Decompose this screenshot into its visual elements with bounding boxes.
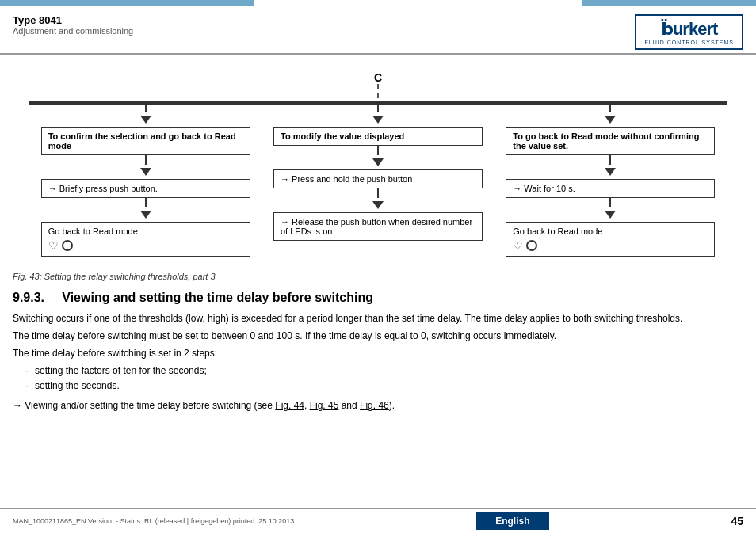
logo-subtitle: FLUID CONTROL SYSTEMS xyxy=(644,40,734,45)
footer-page: 45 xyxy=(731,515,743,527)
arrow-3 xyxy=(605,103,616,127)
arrow-2c xyxy=(372,188,384,212)
led-circle-1 xyxy=(62,240,73,251)
link-fig45[interactable]: Fig. 45 xyxy=(310,400,339,411)
link-fig46[interactable]: Fig. 46 xyxy=(360,400,389,411)
diagram-col-3: To go back to Read mode without confirmi… xyxy=(506,103,715,257)
section-heading: 9.9.3. Viewing and setting the time dela… xyxy=(13,291,743,305)
led-heart-1: ♡ xyxy=(48,239,59,252)
led-heart-3: ♡ xyxy=(513,239,523,252)
arrow-1b xyxy=(140,155,151,179)
diagram-box: C To confirm the selection and g xyxy=(13,63,743,265)
arrow-1c xyxy=(140,198,151,222)
burkert-logo: b̈urkert FLUID CONTROL SYSTEMS xyxy=(635,14,743,50)
header-bar-left xyxy=(0,0,254,6)
col3-led-row: ♡ xyxy=(513,239,708,252)
bullet-1: setting the factors of ten for the secon… xyxy=(25,364,743,379)
col1-led-row: ♡ xyxy=(48,239,243,252)
arrow-2 xyxy=(372,103,384,127)
paragraph-3: The time delay before switching is set i… xyxy=(13,346,743,360)
footer-language: English xyxy=(476,512,548,530)
page-footer: MAN_1000211865_EN Version: - Status: RL … xyxy=(0,508,756,533)
col3-title: To go back to Read mode without confirmi… xyxy=(506,127,715,155)
page-subtitle: Adjustment and commissioning xyxy=(13,26,635,36)
arrow-3c xyxy=(605,198,616,222)
main-content: C To confirm the selection and g xyxy=(0,55,756,411)
section-number: 9.9.3. xyxy=(13,291,44,304)
col3-step2: Go back to Read mode ♡ xyxy=(506,222,715,257)
header-bar-right xyxy=(582,0,756,6)
col3-step1: → Wait for 10 s. xyxy=(506,179,715,198)
figure-caption: Fig. 43: Setting the relay switching thr… xyxy=(13,272,743,281)
paragraph-2: The time delay before switching must be … xyxy=(13,329,743,343)
arrow-text-line: → Viewing and/or setting the time delay … xyxy=(13,400,743,411)
bullet-2: setting the seconds. xyxy=(25,379,743,394)
paragraph-1: Switching occurs if one of the threshold… xyxy=(13,311,743,326)
page-title: Type 8041 xyxy=(13,14,635,26)
col1-title: To confirm the selection and go back to … xyxy=(41,127,250,155)
section-title: Viewing and setting the time delay befor… xyxy=(62,291,373,304)
c-label: C xyxy=(374,71,382,84)
col1-step2: Go back to Read mode ♡ xyxy=(41,222,250,257)
link-fig44[interactable]: Fig. 44 xyxy=(275,400,304,411)
col2-step2: → Release the push button when desired n… xyxy=(273,212,483,241)
arrow-1 xyxy=(140,103,151,127)
led-circle-3 xyxy=(526,240,537,251)
footer-meta: MAN_1000211865_EN Version: - Status: RL … xyxy=(13,517,294,525)
diagram-col-2: To modify the value displayed → Press an… xyxy=(273,103,483,257)
col1-step1: → Briefly press push button. xyxy=(41,179,250,198)
arrow-2b xyxy=(372,146,384,169)
page-header: Type 8041 Adjustment and commissioning b… xyxy=(0,0,756,55)
top-horizontal-line xyxy=(29,103,727,105)
bullet-list: setting the factors of ten for the secon… xyxy=(25,364,743,394)
arrow-3b xyxy=(605,155,616,179)
arrow-down-1 xyxy=(140,116,151,124)
diagram-col-1: To confirm the selection and go back to … xyxy=(41,103,250,257)
dashed-line xyxy=(377,84,379,98)
logo-text: b̈urkert xyxy=(644,19,734,40)
col2-step1: → Press and hold the push button xyxy=(273,169,483,188)
col2-title: To modify the value displayed xyxy=(273,127,483,146)
